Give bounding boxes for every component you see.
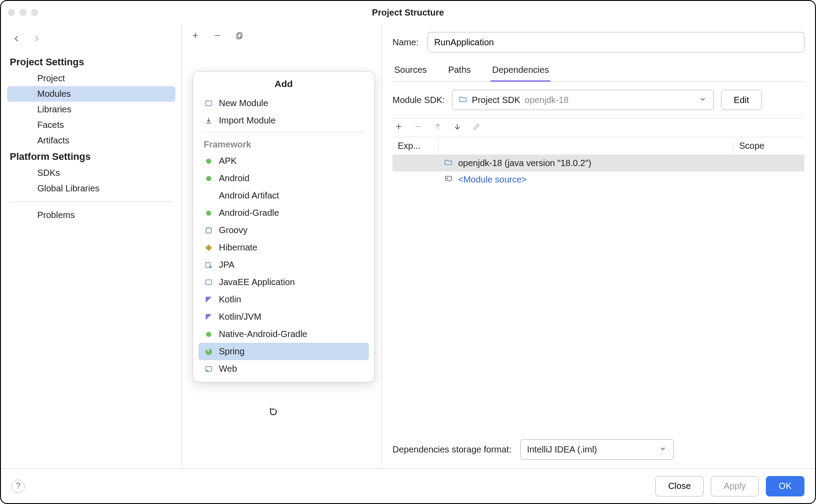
module-sdk-select[interactable]: Project SDK openjdk-18 (452, 90, 714, 110)
edit-dependency-icon[interactable] (472, 122, 481, 133)
dependency-toolbar (392, 118, 804, 137)
popup-item-kotlin-jvm[interactable]: Kotlin/JVM (193, 308, 374, 325)
groovy-icon (204, 226, 214, 235)
back-icon[interactable] (12, 34, 21, 46)
tab-paths[interactable]: Paths (446, 65, 472, 81)
storage-format-select[interactable]: IntelliJ IDEA (.iml) (520, 439, 674, 460)
svg-rect-0 (238, 32, 242, 38)
section-platform-settings: Platform Settings (1, 148, 182, 165)
popup-item-android[interactable]: Android (193, 170, 374, 187)
svg-marker-12 (206, 314, 211, 320)
folder-icon (459, 95, 467, 106)
window-title: Project Structure (1, 8, 815, 18)
svg-point-15 (206, 370, 208, 371)
sidebar-item-facets[interactable]: Facets (1, 117, 182, 133)
popup-item-jpa[interactable]: JPA (193, 256, 374, 274)
kotlin-icon (204, 295, 214, 305)
svg-point-5 (206, 210, 211, 216)
popup-item-label: JPA (219, 260, 234, 270)
popup-item-native-android-gradle[interactable]: Native-Android-Gradle (193, 325, 374, 343)
popup-item-label: APK (219, 156, 237, 166)
module-list-panel: Add New Module Import Module Framework (182, 24, 382, 468)
module-details-panel: Name: Sources Paths Dependencies Module … (382, 24, 815, 468)
javaee-icon (204, 278, 214, 287)
add-dependency-icon[interactable] (394, 122, 403, 133)
sidebar-item-artifacts[interactable]: Artifacts (1, 133, 182, 148)
settings-sidebar: Project Settings Project Modules Librari… (1, 24, 182, 468)
chevron-down-icon (698, 95, 707, 106)
close-window-icon[interactable] (8, 9, 15, 16)
popup-item-label: Spring (219, 346, 245, 357)
sidebar-item-problems[interactable]: Problems (1, 207, 182, 223)
svg-rect-2 (206, 101, 211, 106)
window-controls[interactable] (8, 9, 38, 16)
sidebar-item-project[interactable]: Project (1, 71, 182, 86)
titlebar: Project Structure (1, 1, 815, 24)
name-label: Name: (392, 37, 419, 48)
section-project-settings: Project Settings (1, 54, 182, 71)
popup-item-groovy[interactable]: Groovy (193, 222, 374, 239)
svg-rect-6 (206, 228, 211, 233)
tab-dependencies[interactable]: Dependencies (491, 65, 551, 82)
popup-item-hibernate[interactable]: Hibernate (193, 239, 374, 256)
source-folder-icon (444, 174, 453, 185)
blank-icon (204, 191, 214, 201)
popup-item-spring[interactable]: Spring (198, 343, 369, 360)
kotlin-icon (204, 312, 214, 322)
dependency-row[interactable]: <Module source> (392, 171, 804, 188)
forward-icon[interactable] (32, 34, 42, 46)
move-down-icon[interactable] (453, 122, 462, 133)
sidebar-item-libraries[interactable]: Libraries (1, 102, 182, 117)
popup-item-import-module[interactable]: Import Module (193, 112, 374, 129)
popup-item-label: New Module (219, 98, 268, 108)
sidebar-divider (10, 202, 173, 202)
ok-button[interactable]: OK (766, 476, 804, 496)
svg-point-4 (206, 176, 211, 181)
svg-marker-7 (206, 244, 212, 251)
dependency-row[interactable]: openjdk-18 (java version "18.0.2") (392, 155, 804, 171)
popup-item-android-artifact[interactable]: Android Artifact (193, 187, 374, 204)
close-button[interactable]: Close (655, 476, 704, 496)
dependency-col-scope[interactable]: Scope (733, 137, 804, 155)
chevron-down-icon (658, 444, 667, 455)
module-tabs: Sources Paths Dependencies (392, 65, 804, 82)
dependency-header-row: Exp... Scope (392, 137, 804, 155)
sidebar-item-global-libraries[interactable]: Global Libraries (1, 181, 182, 196)
apply-button[interactable]: Apply (711, 476, 759, 496)
popup-item-label: Kotlin (219, 294, 241, 305)
popup-item-label: Android Artifact (219, 190, 279, 201)
tab-sources[interactable]: Sources (392, 65, 428, 81)
minimize-window-icon[interactable] (20, 9, 27, 16)
copy-module-icon[interactable] (235, 31, 244, 42)
popup-item-web[interactable]: Web (193, 360, 374, 377)
svg-point-17 (447, 178, 448, 179)
remove-module-icon[interactable] (213, 31, 222, 42)
help-icon[interactable]: ? (12, 480, 25, 493)
popup-group-framework: Framework (193, 135, 374, 152)
popup-item-label: Groovy (219, 225, 247, 235)
android-icon (204, 329, 214, 339)
zoom-window-icon[interactable] (31, 9, 38, 16)
add-module-icon[interactable] (191, 31, 200, 42)
hibernate-icon (204, 243, 214, 253)
popup-item-android-gradle[interactable]: Android-Gradle (193, 204, 374, 222)
folder-icon (444, 158, 453, 169)
edit-sdk-button[interactable]: Edit (721, 90, 762, 110)
dependency-col-export[interactable]: Exp... (392, 137, 439, 155)
storage-format-value: IntelliJ IDEA (.iml) (527, 444, 597, 455)
popup-item-kotlin[interactable]: Kotlin (193, 291, 374, 308)
sidebar-item-modules[interactable]: Modules (7, 86, 175, 102)
android-icon (204, 208, 214, 218)
remove-dependency-icon[interactable] (414, 122, 423, 133)
popup-item-apk[interactable]: APK (193, 152, 374, 170)
svg-point-13 (206, 332, 211, 337)
popup-item-javaee[interactable]: JavaEE Application (193, 274, 374, 291)
storage-format-label: Dependencies storage format: (392, 444, 511, 455)
sidebar-item-sdks[interactable]: SDKs (1, 165, 182, 181)
popup-item-label: Native-Android-Gradle (219, 329, 307, 339)
popup-item-label: Android-Gradle (219, 208, 279, 218)
move-up-icon[interactable] (433, 122, 442, 133)
module-name-input[interactable] (428, 32, 804, 52)
popup-item-new-module[interactable]: New Module (193, 95, 374, 112)
popup-title: Add (193, 71, 374, 95)
